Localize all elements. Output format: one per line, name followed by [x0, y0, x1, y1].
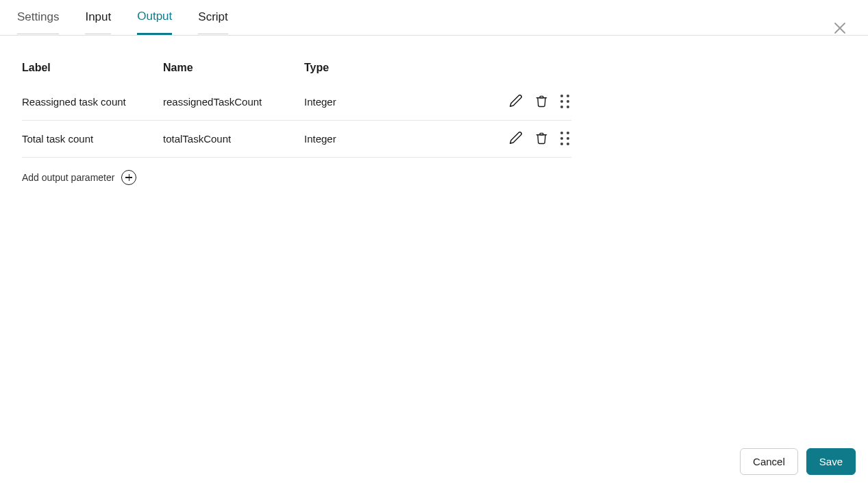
cell-type: Integer	[304, 96, 503, 108]
tab-output[interactable]: Output	[137, 0, 172, 35]
output-parameters-table: Label Name Type Reassigned task count re…	[22, 49, 571, 158]
footer: Cancel Save	[740, 448, 856, 475]
add-output-parameter-label: Add output parameter	[22, 172, 114, 183]
drag-handle[interactable]	[559, 130, 571, 148]
close-icon	[834, 22, 846, 34]
tab-script[interactable]: Script	[198, 0, 227, 35]
save-button[interactable]: Save	[806, 448, 856, 475]
edit-button[interactable]	[508, 130, 524, 148]
table-row: Reassigned task count reassignedTaskCoun…	[22, 84, 571, 121]
add-output-parameter-button[interactable]: Add output parameter	[22, 170, 136, 185]
table-row: Total task count totalTaskCount Integer	[22, 121, 571, 158]
drag-handle[interactable]	[559, 93, 571, 111]
trash-icon	[535, 132, 548, 147]
trash-icon	[535, 95, 548, 110]
tab-input[interactable]: Input	[85, 0, 111, 35]
cell-label: Total task count	[22, 133, 163, 145]
column-header-label: Label	[22, 62, 163, 74]
plus-circle-icon	[121, 170, 136, 185]
drag-handle-icon	[560, 132, 570, 147]
delete-button[interactable]	[534, 130, 549, 148]
cell-type: Integer	[304, 133, 503, 145]
tabs: Settings Input Output Script	[17, 0, 851, 35]
cell-label: Reassigned task count	[22, 96, 163, 108]
delete-button[interactable]	[534, 93, 549, 111]
column-header-type: Type	[304, 62, 503, 74]
cancel-button[interactable]: Cancel	[740, 448, 798, 475]
pencil-icon	[509, 94, 523, 110]
cell-name: totalTaskCount	[163, 133, 304, 145]
column-header-name: Name	[163, 62, 304, 74]
pencil-icon	[509, 131, 523, 147]
drag-handle-icon	[560, 95, 570, 110]
cell-name: reassignedTaskCount	[163, 96, 304, 108]
edit-button[interactable]	[508, 93, 524, 111]
table-header: Label Name Type	[22, 49, 571, 84]
close-button[interactable]	[831, 19, 849, 37]
tab-settings[interactable]: Settings	[17, 0, 59, 35]
